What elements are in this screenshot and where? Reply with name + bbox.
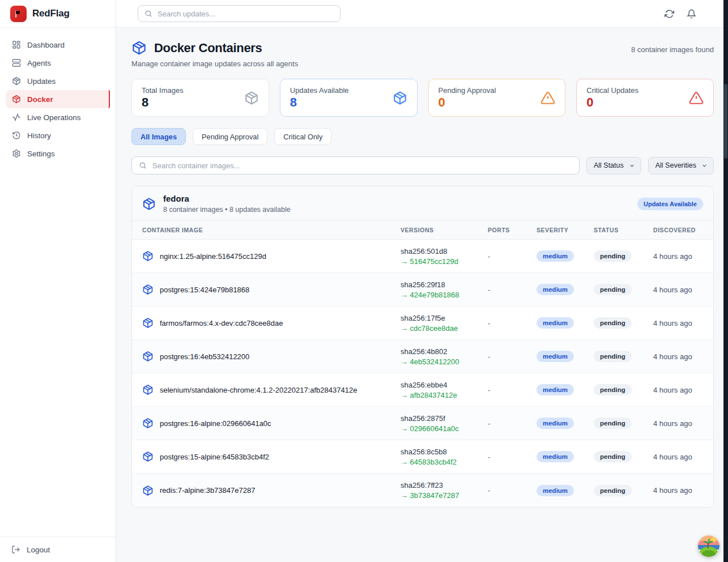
updates-available-badge: Updates Available — [637, 198, 703, 210]
sidebar: RedFlag Dashboard Agents Updates Docker … — [0, 0, 116, 562]
severity-badge: medium — [537, 485, 574, 496]
stat-value: 0 — [438, 96, 496, 109]
version-target: → 4eb532412200 — [401, 357, 488, 366]
status-badge: pending — [594, 250, 632, 262]
version-target: → 029660641a0c — [401, 424, 488, 433]
stat-label: Updates Available — [290, 86, 349, 95]
table-row[interactable]: redis:7-alpine:3b73847e7287sha256:7ff23→… — [132, 474, 713, 507]
severity-select[interactable]: All Severities — [648, 157, 714, 174]
sidebar-item-label: Docker — [27, 95, 53, 104]
discovered-value: 4 hours ago — [653, 486, 703, 495]
sidebar-footer: Logout — [0, 537, 116, 562]
docker-cube-icon — [12, 95, 21, 104]
page-content: Docker Containers Manage container image… — [116, 28, 728, 562]
status-badge: pending — [594, 384, 632, 395]
version-target: → 516475cc129d — [401, 257, 488, 266]
container-image-name: postgres:16-alpine:029660641a0c — [160, 419, 271, 428]
container-search-input[interactable] — [152, 161, 572, 170]
app-root: RedFlag Dashboard Agents Updates Docker … — [0, 0, 728, 562]
container-image-name: postgres:16:4eb532412200 — [160, 352, 249, 361]
container-cube-icon — [142, 351, 154, 362]
sidebar-item-dashboard[interactable]: Dashboard — [6, 36, 110, 54]
version-target: → afb28437412e — [401, 391, 488, 399]
sidebar-item-docker[interactable]: Docker — [6, 90, 110, 108]
window-scrollbar[interactable] — [723, 0, 728, 562]
version-target: → 424e79b81868 — [401, 291, 488, 299]
page-header: Docker Containers Manage container image… — [131, 40, 714, 68]
status-badge: pending — [594, 451, 632, 462]
table-row[interactable]: postgres:16:4eb532412200sha256:4b802→ 4e… — [132, 340, 713, 373]
status-badge: pending — [594, 485, 632, 496]
sidebar-item-label: Updates — [27, 77, 56, 86]
redflag-logo-icon — [10, 6, 27, 22]
stat-label: Pending Approval — [438, 86, 496, 95]
version-target: → cdc78cee8dae — [401, 324, 488, 333]
filter-tabs: All Images Pending Approval Critical Onl… — [131, 128, 714, 145]
discovered-value: 4 hours ago — [653, 252, 703, 261]
refresh-button[interactable] — [665, 9, 674, 19]
group-meta: 8 container images • 8 updates available — [163, 206, 291, 214]
server-icon — [12, 58, 21, 67]
docker-cube-icon — [131, 40, 147, 56]
table-row[interactable]: postgres:15-alpine:64583b3cb4f2sha256:8c… — [132, 440, 713, 474]
container-cube-icon — [142, 451, 154, 462]
status-badge: pending — [594, 418, 632, 429]
status-badge: pending — [594, 317, 632, 329]
ports-value: - — [488, 453, 537, 461]
container-image-name: redis:7-alpine:3b73847e7287 — [160, 486, 255, 495]
container-image-name: postgres:15-alpine:64583b3cb4f2 — [160, 453, 269, 461]
discovered-value: 4 hours ago — [653, 319, 703, 327]
tab-critical-only[interactable]: Critical Only — [274, 128, 331, 145]
search-icon — [139, 161, 147, 169]
table-row[interactable]: nginx:1.25-alpine:516475cc129dsha256:501… — [132, 240, 713, 273]
page-title: Docker Containers — [154, 41, 262, 56]
global-search[interactable] — [138, 5, 340, 22]
ports-value: - — [488, 319, 537, 327]
container-cube-icon — [142, 317, 154, 329]
container-image-name: postgres:15:424e79b81868 — [160, 286, 249, 294]
container-search[interactable] — [131, 156, 580, 174]
status-select[interactable]: All Status — [586, 157, 641, 174]
scrollbar-thumb[interactable] — [724, 84, 727, 159]
sidebar-item-agents[interactable]: Agents — [6, 54, 110, 72]
status-badge: pending — [594, 284, 632, 295]
tab-pending-approval[interactable]: Pending Approval — [193, 128, 267, 145]
group-header: fedora 8 container images • 8 updates av… — [132, 186, 713, 220]
sidebar-nav: Dashboard Agents Updates Docker Live Ope… — [0, 28, 116, 537]
version-current: sha256:17f5e — [401, 314, 488, 322]
ports-value: - — [488, 386, 537, 394]
brand-name: RedFlag — [32, 8, 70, 19]
sidebar-item-live-operations[interactable]: Live Operations — [6, 108, 110, 126]
version-current: sha256:7ff23 — [401, 481, 488, 489]
sidebar-item-updates[interactable]: Updates — [6, 72, 110, 90]
global-search-input[interactable] — [157, 10, 334, 18]
ports-value: - — [488, 486, 537, 495]
island-floating-button[interactable] — [698, 535, 720, 557]
stat-card-pending-approval: Pending Approval0 — [428, 79, 566, 117]
topbar — [116, 0, 728, 28]
table-row[interactable]: selenium/standalone-chrome:4.1.2-2022021… — [132, 373, 713, 407]
stat-value: 8 — [290, 96, 349, 109]
table-row[interactable]: postgres:16-alpine:029660641a0csha256:28… — [132, 407, 713, 440]
stats-row: Total Images8 Updates Available8 Pending… — [131, 79, 714, 117]
table-row[interactable]: postgres:15:424e79b81868sha256:29f18→ 42… — [132, 273, 713, 306]
sidebar-item-history[interactable]: History — [6, 126, 110, 144]
severity-badge: medium — [537, 250, 574, 262]
column-header: DISCOVERED — [653, 227, 703, 233]
notifications-button[interactable] — [687, 9, 696, 19]
severity-badge: medium — [537, 351, 574, 362]
alert-triangle-icon — [540, 91, 555, 105]
tab-all-images[interactable]: All Images — [131, 128, 186, 145]
container-cube-icon — [142, 485, 154, 496]
logout-button[interactable]: Logout — [11, 545, 104, 554]
sidebar-item-label: History — [27, 131, 51, 140]
sidebar-item-settings[interactable]: Settings — [6, 144, 110, 163]
ports-value: - — [488, 419, 537, 428]
discovered-value: 4 hours ago — [653, 286, 703, 294]
logout-icon — [11, 545, 20, 554]
column-header: CONTAINER IMAGE — [142, 227, 401, 233]
column-header: SEVERITY — [537, 227, 594, 233]
table-row[interactable]: farmos/farmos:4.x-dev:cdc78cee8daesha256… — [132, 306, 713, 340]
status-select-value: All Status — [594, 161, 624, 169]
severity-badge: medium — [537, 284, 574, 295]
